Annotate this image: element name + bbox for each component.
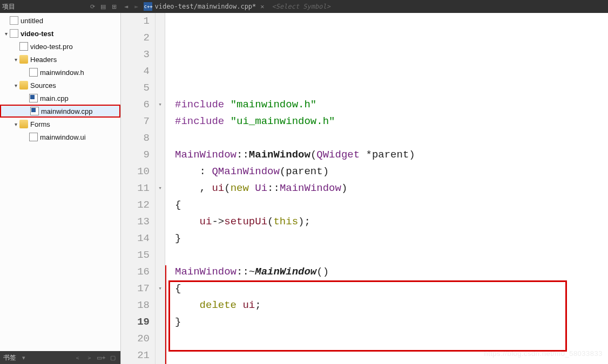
line-number: 8 — [129, 130, 150, 147]
code-line[interactable] — [175, 130, 608, 147]
tree-item[interactable]: mainwindow.h — [0, 66, 120, 79]
file-cpp-icon — [30, 107, 39, 115]
tree-item[interactable]: mainwindow.ui — [0, 131, 120, 143]
tree-item[interactable]: untitled — [0, 14, 120, 27]
fold-toggle-icon[interactable]: ▾ — [156, 280, 165, 297]
watermark-text: https://blog.csdn.net/m0_58033833 — [484, 345, 603, 362]
twisty-icon[interactable]: ▾ — [12, 121, 19, 127]
fold-toggle-icon[interactable]: ▾ — [156, 97, 165, 113]
breadcrumb-close-icon[interactable]: ✕ — [256, 3, 268, 10]
file-h-icon — [29, 68, 38, 77]
tree-item-label: Headers — [30, 56, 57, 64]
code-area[interactable]: #include "mainwindow.h"#include "ui_main… — [165, 13, 608, 364]
tree-item-label: main.cpp — [40, 94, 69, 102]
fold-spacer — [156, 163, 165, 180]
tree-item[interactable]: main.cpp — [0, 92, 120, 105]
line-number: 12 — [129, 197, 150, 214]
tree-item-label: untitled — [21, 17, 43, 25]
line-number-gutter: 123456789101112131415161718192021 — [121, 13, 156, 364]
file-ui-icon — [29, 133, 38, 141]
top-bar: 项目 ⟳ ▤ ⊞ ◄ ► c++ video-test/mainwindow.c… — [0, 0, 608, 13]
file-pro-icon — [19, 42, 28, 51]
bookmark-label: 书签 — [3, 353, 16, 362]
code-line[interactable]: } — [175, 314, 608, 331]
code-line[interactable]: ui->setupUi(this); — [175, 214, 608, 230]
fold-spacer — [156, 147, 165, 163]
line-number: 3 — [129, 46, 150, 63]
breadcrumb-path[interactable]: video-test/mainwindow.cpp* — [154, 3, 256, 10]
line-number: 10 — [129, 163, 150, 180]
tree-item-label: mainwindow.cpp — [41, 107, 92, 115]
file-type-icon: c++ — [144, 2, 152, 11]
fold-spacer — [156, 46, 165, 63]
panel-header-icons: ⟳ ▤ ⊞ — [87, 3, 119, 10]
code-line[interactable]: { — [175, 197, 608, 214]
bookmark-expand-icon[interactable]: ▢ — [109, 354, 117, 361]
bookmark-next-icon[interactable]: ＞ — [85, 354, 93, 362]
fold-column[interactable]: ▾▾▾ — [156, 13, 165, 364]
tree-item-label: video-test — [21, 30, 53, 38]
bookmark-add-icon[interactable]: ▭+ — [97, 354, 105, 361]
twisty-icon[interactable]: ▾ — [12, 83, 19, 88]
tree-item[interactable]: ▾video-test — [0, 27, 120, 40]
line-number: 18 — [129, 297, 150, 314]
tree-item-label: mainwindow.h — [40, 68, 84, 77]
project-sidebar: untitled▾video-testvideo-test.pro▾Header… — [0, 13, 121, 364]
line-number: 5 — [129, 80, 150, 97]
nav-fwd-icon[interactable]: ► — [131, 3, 141, 10]
line-number: 6 — [129, 97, 150, 113]
file-cpp-icon — [29, 94, 38, 102]
tree-item[interactable]: ▾Headers — [0, 53, 120, 66]
fold-spacer — [156, 80, 165, 97]
code-line[interactable]: } — [175, 230, 608, 247]
fold-spacer — [156, 130, 165, 147]
code-line[interactable] — [175, 247, 608, 264]
filter-icon[interactable]: ▤ — [98, 3, 108, 10]
line-number: 1 — [129, 13, 150, 30]
panel-header: 项目 ⟳ ▤ ⊞ — [0, 2, 121, 11]
code-editor[interactable]: 123456789101112131415161718192021 ▾▾▾ #i… — [121, 13, 608, 364]
project-tree[interactable]: untitled▾video-testvideo-test.pro▾Header… — [0, 13, 120, 351]
bookmark-dropdown-icon[interactable]: ▾ — [19, 354, 28, 361]
code-line[interactable]: { — [175, 280, 608, 297]
line-number: 2 — [129, 30, 150, 46]
twisty-icon[interactable]: ▾ — [12, 57, 19, 63]
code-line[interactable]: MainWindow::~MainWindow() — [175, 264, 608, 280]
folder-h-icon — [19, 55, 28, 64]
fold-spacer — [156, 347, 165, 364]
bookmark-bar: 书签 ▾ ＜ ＞ ▭+ ▢ — [0, 351, 120, 364]
tree-item-label: mainwindow.ui — [40, 133, 86, 141]
fold-spacer — [156, 230, 165, 247]
line-number: 13 — [129, 214, 150, 230]
panel-title: 项目 — [2, 2, 15, 11]
nav-back-icon[interactable]: ◄ — [121, 3, 131, 10]
line-number: 7 — [129, 113, 150, 130]
code-line[interactable]: MainWindow::MainWindow(QWidget *parent) — [175, 147, 608, 163]
bookmark-prev-icon[interactable]: ＜ — [73, 354, 82, 362]
tree-item[interactable]: video-test.pro — [0, 40, 120, 53]
line-number: 16 — [129, 264, 150, 280]
split-icon[interactable]: ⊞ — [109, 3, 119, 10]
line-number: 15 — [129, 247, 150, 264]
twisty-icon[interactable]: ▾ — [2, 31, 10, 37]
tree-item-selected[interactable]: mainwindow.cpp — [0, 105, 120, 118]
fold-toggle-icon[interactable]: ▾ — [156, 180, 165, 197]
tree-item[interactable]: ▾Sources — [0, 79, 120, 92]
line-number: 17 — [129, 280, 150, 297]
tree-item[interactable]: ▾Forms — [0, 118, 120, 131]
code-line[interactable]: delete ui; — [175, 297, 608, 314]
code-line[interactable]: : QMainWindow(parent) — [175, 163, 608, 180]
symbol-selector[interactable]: <Select Symbol> — [272, 3, 330, 10]
fold-spacer — [156, 214, 165, 230]
folder-icon — [19, 120, 28, 128]
annotation-gutter-marker — [165, 265, 166, 364]
line-number: 20 — [129, 331, 150, 347]
sync-icon[interactable]: ⟳ — [87, 3, 97, 10]
code-line[interactable]: #include "ui_mainwindow.h" — [175, 113, 608, 130]
folder-icon — [19, 81, 28, 90]
code-line[interactable]: , ui(new Ui::MainWindow) — [175, 180, 608, 197]
line-number: 4 — [129, 63, 150, 80]
code-line[interactable]: #include "mainwindow.h" — [175, 97, 608, 113]
line-number: 19 — [129, 314, 150, 331]
line-number: 9 — [129, 147, 150, 163]
